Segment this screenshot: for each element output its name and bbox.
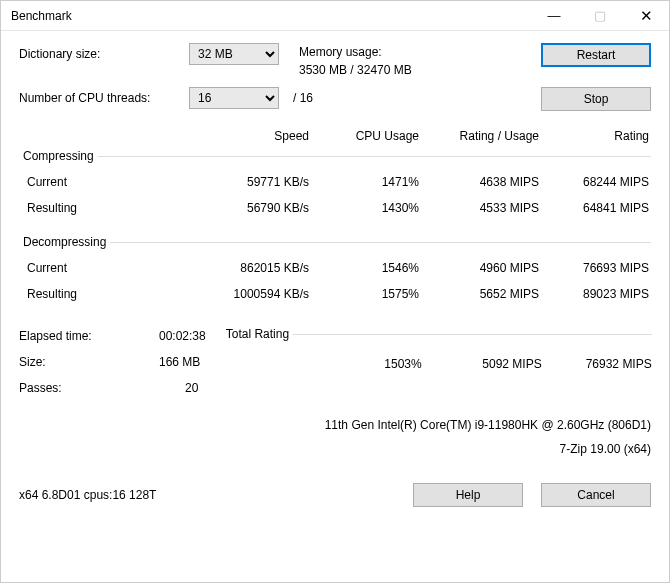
table-row: 1503% 5092 MIPS 76932 MIPS bbox=[222, 347, 652, 373]
help-button[interactable]: Help bbox=[413, 483, 523, 507]
content: Dictionary size: 32 MB Memory usage: 353… bbox=[1, 31, 669, 519]
cell-cpu: 1503% bbox=[312, 357, 422, 371]
window-title: Benchmark bbox=[11, 9, 531, 23]
cell-cpu: 1430% bbox=[309, 201, 419, 215]
row-label: Resulting bbox=[19, 287, 199, 301]
cell-cpu: 1575% bbox=[309, 287, 419, 301]
decompressing-group: Decompressing Current 862015 KB/s 1546% … bbox=[19, 235, 651, 309]
size-label: Size: bbox=[19, 355, 159, 369]
titlebar: Benchmark — ▢ ✕ bbox=[1, 1, 669, 31]
passes-value: 20 bbox=[159, 381, 198, 395]
cell-speed: 56790 KB/s bbox=[199, 201, 309, 215]
column-headers: Speed CPU Usage Rating / Usage Rating bbox=[19, 129, 651, 143]
memory-usage-value: 3530 MB / 32470 MB bbox=[299, 61, 541, 79]
cell-speed: 59771 KB/s bbox=[199, 175, 309, 189]
cell-ratio: 5652 MIPS bbox=[419, 287, 539, 301]
header-rating: Rating bbox=[539, 129, 649, 143]
header-cpu: CPU Usage bbox=[309, 129, 419, 143]
total-rating-legend: Total Rating bbox=[222, 327, 293, 341]
cell-rating: 76932 MIPS bbox=[542, 357, 652, 371]
elapsed-label: Elapsed time: bbox=[19, 329, 159, 343]
minimize-button[interactable]: — bbox=[531, 1, 577, 31]
cell-rating: 68244 MIPS bbox=[539, 175, 649, 189]
stats: Elapsed time: 00:02:38 Size: 166 MB Pass… bbox=[19, 323, 206, 401]
cell-rating: 76693 MIPS bbox=[539, 261, 649, 275]
cpu-info: 11th Gen Intel(R) Core(TM) i9-11980HK @ … bbox=[19, 413, 651, 437]
cell-speed: 862015 KB/s bbox=[199, 261, 309, 275]
row-label: Current bbox=[19, 175, 199, 189]
dictionary-size-label: Dictionary size: bbox=[19, 43, 189, 61]
app-version: 7-Zip 19.00 (x64) bbox=[19, 437, 651, 461]
total-rating-group: Total Rating 1503% 5092 MIPS 76932 MIPS bbox=[222, 327, 652, 375]
compressing-legend: Compressing bbox=[19, 149, 98, 163]
decompressing-legend: Decompressing bbox=[19, 235, 110, 249]
stop-button[interactable]: Stop bbox=[541, 87, 651, 111]
passes-label: Passes: bbox=[19, 381, 159, 395]
memory-usage-label: Memory usage: bbox=[299, 43, 541, 61]
cell-ratio: 4533 MIPS bbox=[419, 201, 539, 215]
dictionary-size-select[interactable]: 32 MB bbox=[189, 43, 279, 65]
cell-cpu: 1546% bbox=[309, 261, 419, 275]
compressing-group: Compressing Current 59771 KB/s 1471% 463… bbox=[19, 149, 651, 223]
table-row: Current 862015 KB/s 1546% 4960 MIPS 7669… bbox=[19, 255, 651, 281]
cell-ratio: 5092 MIPS bbox=[422, 357, 542, 371]
cell-cpu: 1471% bbox=[309, 175, 419, 189]
threads-total: / 16 bbox=[289, 87, 313, 105]
table-row: Current 59771 KB/s 1471% 4638 MIPS 68244… bbox=[19, 169, 651, 195]
threads-select[interactable]: 16 bbox=[189, 87, 279, 109]
cell-rating: 64841 MIPS bbox=[539, 201, 649, 215]
maximize-button[interactable]: ▢ bbox=[577, 1, 623, 31]
row-label: Resulting bbox=[19, 201, 199, 215]
build-info: x64 6.8D01 cpus:16 128T bbox=[19, 488, 413, 502]
cell-speed: 1000594 KB/s bbox=[199, 287, 309, 301]
threads-label: Number of CPU threads: bbox=[19, 87, 189, 105]
table-row: Resulting 1000594 KB/s 1575% 5652 MIPS 8… bbox=[19, 281, 651, 307]
cancel-button[interactable]: Cancel bbox=[541, 483, 651, 507]
table-row: Resulting 56790 KB/s 1430% 4533 MIPS 648… bbox=[19, 195, 651, 221]
size-value: 166 MB bbox=[159, 355, 200, 369]
header-ratio: Rating / Usage bbox=[419, 129, 539, 143]
restart-button[interactable]: Restart bbox=[541, 43, 651, 67]
row-label: Current bbox=[19, 261, 199, 275]
cell-ratio: 4960 MIPS bbox=[419, 261, 539, 275]
system-info: 11th Gen Intel(R) Core(TM) i9-11980HK @ … bbox=[19, 413, 651, 461]
elapsed-value: 00:02:38 bbox=[159, 329, 206, 343]
cell-rating: 89023 MIPS bbox=[539, 287, 649, 301]
header-speed: Speed bbox=[199, 129, 309, 143]
cell-ratio: 4638 MIPS bbox=[419, 175, 539, 189]
close-button[interactable]: ✕ bbox=[623, 1, 669, 31]
